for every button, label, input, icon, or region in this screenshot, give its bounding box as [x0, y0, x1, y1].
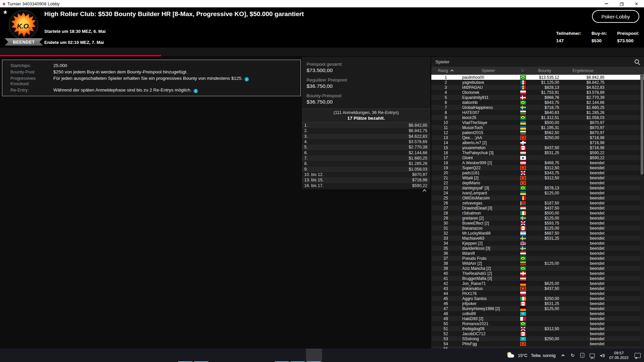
taskbar-app-button[interactable] — [16, 349, 32, 362]
player-row[interactable]: 50 Romanov2021 beendet — [431, 321, 644, 326]
player-row[interactable]: 21 Witalii [2] $312,50 beendet — [431, 175, 644, 180]
taskbar-app-button[interactable] — [32, 349, 48, 362]
taskbar-app-button[interactable] — [177, 349, 193, 362]
player-row[interactable]: 19 SuperQ22 $312,50 beendet — [431, 165, 644, 170]
player-row[interactable]: 47 BunnyHoney1998 [2] $125,00 beendet — [431, 306, 644, 311]
notification-center-icon[interactable] — [635, 353, 641, 358]
taskbar-app-button[interactable] — [225, 349, 241, 362]
tray-chevron-up-icon[interactable] — [560, 352, 566, 358]
info-tooltip-icon[interactable]: i — [245, 77, 249, 81]
tray-usb-icon[interactable]: ✓ — [580, 352, 585, 358]
player-row[interactable]: 23 dantegoyaF [3] $578,13 beendet — [431, 185, 644, 190]
taskbar-app-button[interactable] — [306, 349, 322, 362]
player-row[interactable]: 35 davideriksso [3] beendet — [431, 246, 644, 251]
player-row[interactable]: 10 VladTheSlaye $500,00 $870,97 — [431, 120, 644, 125]
taskbar-app-button[interactable] — [290, 349, 306, 362]
taskbar-app-button[interactable] — [161, 349, 177, 362]
player-row[interactable]: 28 r3dsalmon $500,00 beendet — [431, 210, 644, 216]
tray-sync-icon[interactable]: ↻ — [570, 352, 575, 358]
column-header-bounty[interactable]: Bounty — [529, 68, 560, 73]
weather-widget[interactable]: 15°C Teilw. sonnig — [506, 352, 556, 359]
player-row[interactable]: 9 leocir25 $1.312,51 $1.058,03 — [431, 115, 644, 120]
player-row[interactable]: 34 Kjeppen [2] beendet — [431, 241, 644, 246]
taskbar-clock[interactable]: 09:57 07.05.2022 — [609, 351, 629, 360]
player-row[interactable]: 39 Aziz.Mancha [2] beendet — [431, 266, 644, 271]
player-row[interactable]: 24 Ivan(Lampard $125,00 beendet — [431, 190, 644, 195]
player-row[interactable]: 36 lildani9 beendet — [431, 251, 644, 256]
taskbar-app-button[interactable] — [241, 349, 258, 362]
player-row[interactable]: 41 BruggerMafia [3] beendet — [431, 276, 644, 281]
player-row[interactable]: 27 DrawindDead [3] $437,50 beendet — [431, 205, 644, 210]
player-row[interactable]: 11 MusonToch $1.195,31 $870,97 — [431, 125, 644, 130]
column-header-results[interactable]: Ergebnisse — [560, 68, 606, 73]
player-row[interactable]: 45 Aggro Santos $250,00 beendet — [431, 296, 644, 301]
info-tooltip-icon[interactable]: i — [194, 89, 198, 93]
taskbar-app-button[interactable] — [0, 349, 16, 362]
player-row[interactable]: 32 Mr.LuckyMan88 $687,50 beendet — [431, 231, 644, 236]
taskbar-app-button[interactable] — [80, 349, 97, 362]
taskbar-app-button[interactable] — [193, 349, 209, 362]
poker-lobby-button[interactable]: Poker-Lobby — [592, 10, 639, 23]
taskbar-app-button[interactable] — [64, 349, 80, 362]
taskbar-app-button[interactable] — [274, 349, 290, 362]
taskbar-app-button[interactable] — [258, 349, 274, 362]
player-row[interactable]: 16 ThePateychuk [3] $531,25 $590,22 — [431, 150, 644, 155]
player-row[interactable]: 48 collio89 beendet — [431, 311, 644, 316]
tray-speaker-icon[interactable]: ◄))) — [599, 352, 604, 358]
player-row[interactable]: 53 SSstrong $250,00 beendet — [431, 336, 644, 341]
player-row[interactable]: 37 Pseudo Fruto beendet — [431, 256, 644, 261]
column-header-player[interactable]: Spieler — [460, 68, 517, 73]
player-row[interactable]: 26 zelvavegas $187,50 beendet — [431, 200, 644, 205]
player-row[interactable]: 30 BowieEffect [2] $593,75 beendet — [431, 221, 644, 226]
player-row[interactable]: 51 thebigdog09 $312,50 beendet — [431, 326, 644, 331]
player-row[interactable]: 40 TheRealAdiG [2] beendet — [431, 271, 644, 276]
column-header-rank[interactable]: Rang — [431, 68, 460, 73]
taskbar-app-button[interactable] — [48, 349, 64, 362]
taskbar-app-button[interactable] — [129, 349, 145, 362]
player-row[interactable]: 55 — [431, 346, 644, 349]
player-row[interactable]: 42 Jon_Raise71 $625,00 beendet — [431, 281, 644, 286]
tab[interactable] — [322, 48, 483, 56]
player-row[interactable]: 38 WildAirr [2] $125,00 beendet — [431, 261, 644, 266]
player-row[interactable]: 49 HakiD93 [2] beendet — [431, 316, 644, 321]
taskbar-app-button[interactable] — [209, 349, 225, 362]
players-scrollbar-thumb[interactable] — [641, 76, 643, 175]
player-row[interactable]: 29 gnetaren [2] $125,00 beendet — [431, 216, 644, 221]
player-row[interactable]: 52 JacobDC712 beendet — [431, 331, 644, 336]
player-row[interactable]: 25 OMGitsMacsim beendet — [431, 195, 644, 200]
player-row[interactable]: 8 HATE007 $640,63 $1.285,26 — [431, 110, 644, 115]
player-row[interactable]: 15 youaremelon $437,50 $716,98 — [431, 145, 644, 150]
taskbar-app-button[interactable] — [113, 349, 129, 362]
player-row[interactable]: 7 GlobalHappiness $718,75 $1.660,25 — [431, 105, 644, 110]
player-row[interactable]: 5 Equanimity911 $968,76 $2.770,39 — [431, 95, 644, 100]
tab[interactable] — [483, 48, 644, 56]
player-row[interactable]: 6 daltonhb $843,75 $2.144,66 — [431, 100, 644, 105]
player-row[interactable]: 2 yagrebulave $1.125,00 $6.842,75 — [431, 80, 644, 85]
player-row[interactable]: 4 Olorionek $1.753,91 $3.578,69 — [431, 90, 644, 95]
player-row[interactable]: 17 Gloint $590,22 — [431, 155, 644, 160]
close-button[interactable]: ✕ — [629, 0, 644, 7]
player-row[interactable]: 3 t4t0PAGAU $828,13 $4.622,83 — [431, 85, 644, 90]
search-icon[interactable] — [634, 59, 640, 65]
player-row[interactable]: 43 pokanuktus $437,50 beendet — [431, 286, 644, 291]
tray-network-icon[interactable] — [589, 352, 595, 358]
player-row[interactable]: 22 deptMario beendet — [431, 180, 644, 185]
taskbar-app-button[interactable] — [145, 349, 161, 362]
player-row[interactable]: 54 PhlsFgg beendet — [431, 341, 644, 346]
players-scrollbar-track[interactable] — [640, 75, 644, 348]
player-row[interactable]: 12 patient2015 $562,50 $870,97 — [431, 130, 644, 135]
tab[interactable] — [0, 48, 161, 56]
favorite-star-icon[interactable]: ★ — [3, 9, 8, 16]
player-row[interactable]: 1 paulinhoo00 $13.535,12 $6.842,85 — [431, 75, 644, 80]
player-row[interactable]: 33 Machiavelli3 $531,25 beendet — [431, 236, 644, 241]
restore-button[interactable] — [614, 0, 629, 7]
player-row[interactable]: 31 Bananazoo $125,00 beendet — [431, 226, 644, 231]
player-row[interactable]: 44 PAX176 beendet — [431, 291, 644, 296]
player-row[interactable]: 13 Qee... :)AA $250,00 $716,98 — [431, 135, 644, 140]
player-row[interactable]: 20 pads1161 $343,75 beendet — [431, 170, 644, 175]
minimize-button[interactable] — [599, 0, 614, 7]
tab[interactable] — [161, 48, 322, 56]
column-header-flag-icon[interactable]: ⚐ — [517, 68, 529, 73]
player-row[interactable]: 18 A.Wesker999 [2] $468,75 beendet — [431, 160, 644, 165]
taskbar-app-button[interactable] — [97, 349, 113, 362]
